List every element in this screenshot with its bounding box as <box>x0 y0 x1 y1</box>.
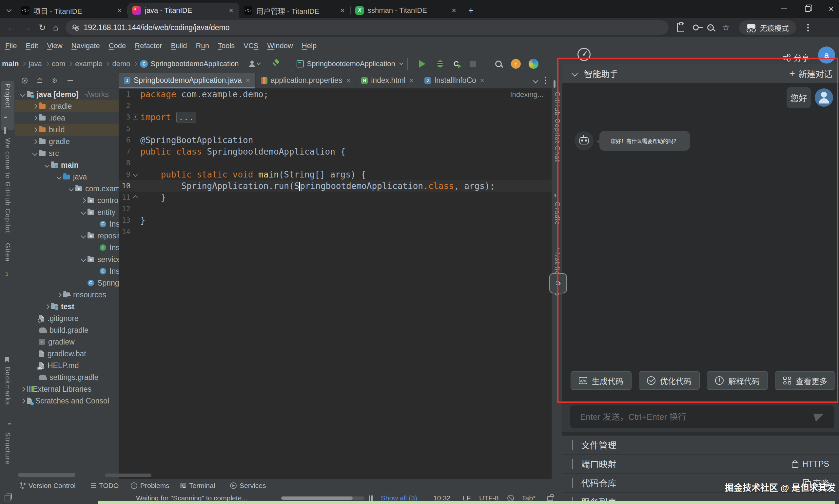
back-icon[interactable]: ← <box>7 23 16 33</box>
tree-item-gradlew-bat[interactable]: gradlew.bat <box>15 348 119 360</box>
menu-code[interactable]: Code <box>109 41 126 50</box>
tree-item-controlle[interactable]: controlle <box>15 195 119 206</box>
collapse-all-icon[interactable] <box>37 78 42 83</box>
code-line[interactable]: 11 } <box>119 192 552 203</box>
tree-item-scratches-and-consol[interactable]: Scratches and Consol <box>15 395 119 407</box>
chevron-down-icon[interactable] <box>81 233 86 238</box>
quick-action-button[interactable]: 查看更多 <box>775 371 835 390</box>
tree-item-test[interactable]: test <box>15 301 119 312</box>
fold-plus-icon[interactable]: + <box>133 114 138 120</box>
locate-file-icon[interactable] <box>22 78 28 84</box>
chevron-right-icon[interactable] <box>32 115 37 121</box>
chevron-right-icon[interactable] <box>20 398 25 403</box>
quick-action-button[interactable]: </>生成代码 <box>571 371 632 390</box>
chevron-down-icon[interactable] <box>69 186 74 191</box>
tab-close-icon[interactable]: × <box>116 6 123 15</box>
code-editor[interactable]: 1package com.example.demo;23+import ...5… <box>119 88 552 479</box>
chevron-down-icon[interactable] <box>572 70 577 76</box>
statusbar-tool-version-control[interactable]: Version Control <box>20 479 76 492</box>
tree-item-springb[interactable]: CSpringb <box>15 277 119 289</box>
breadcrumb-item[interactable]: demo <box>112 59 130 68</box>
chevron-right-icon[interactable] <box>572 440 573 450</box>
editor-horizontal-scrollbar[interactable] <box>105 473 152 477</box>
chevron-right-icon[interactable] <box>81 198 86 203</box>
menu-refactor[interactable]: Refactor <box>135 41 162 50</box>
chevron-right-icon[interactable] <box>20 386 25 392</box>
tab-search-button[interactable] <box>4 4 14 14</box>
more-options-icon[interactable] <box>545 79 546 81</box>
tab-close-icon[interactable]: × <box>339 6 346 15</box>
section-row[interactable]: 端口映射HTTPS <box>562 454 839 473</box>
avatar[interactable]: a <box>818 47 835 64</box>
tree-item-java-demo-[interactable]: java [demo]~/works <box>15 88 119 100</box>
code-line[interactable]: 5 <box>119 123 552 134</box>
unlock-icon[interactable] <box>547 496 553 501</box>
chevron-down-icon[interactable] <box>533 78 539 83</box>
chevron-right-icon[interactable] <box>572 459 573 469</box>
fold-up-icon[interactable] <box>133 195 138 199</box>
fold-down-icon[interactable] <box>133 172 138 177</box>
code-line[interactable]: 6@SpringBootApplication <box>119 134 552 146</box>
build-hammer-icon[interactable] <box>272 59 280 68</box>
run-button[interactable] <box>419 60 425 68</box>
breadcrumb-class[interactable]: SpringbootdemoApplication <box>151 59 239 68</box>
menu-navigate[interactable]: Navigate <box>71 41 100 50</box>
menu-edit[interactable]: Edit <box>25 41 38 50</box>
tree-item--gitignore[interactable]: .gitignore <box>15 312 119 324</box>
statusbar-tool-todo[interactable]: TODO <box>91 479 119 492</box>
code-line[interactable]: 14 <box>119 226 552 237</box>
readonly-icon[interactable] <box>507 495 514 501</box>
window-minimize-button[interactable] <box>777 4 790 14</box>
section-row[interactable]: 文件管理 <box>562 435 839 454</box>
browser-menu-icon[interactable] <box>807 27 809 29</box>
update-icon[interactable]: ↑ <box>511 59 521 69</box>
statusbar-tool-terminal[interactable]: ›_Terminal <box>180 479 215 492</box>
editor-tab[interactable]: Hindex.html× <box>356 73 419 88</box>
tree-item-build[interactable]: build <box>15 124 119 136</box>
search-everywhere-icon[interactable] <box>495 60 502 67</box>
chevron-down-icon[interactable] <box>81 257 86 262</box>
chevron-right-icon[interactable] <box>32 127 37 132</box>
chevron-right-icon[interactable] <box>56 292 62 298</box>
zoom-icon[interactable] <box>707 24 714 31</box>
tool-tab-copilot-chat[interactable]: GitHub Copilot Chat <box>554 92 561 162</box>
menu-run[interactable]: Run <box>196 41 209 50</box>
ide-settings-ball-icon[interactable] <box>529 59 539 69</box>
reload-icon[interactable]: ↻ <box>39 23 46 33</box>
tree-item-instal[interactable]: IInstal <box>15 242 119 253</box>
code-line[interactable]: 10 SpringApplication.run(SpringbootdemoA… <box>119 180 552 192</box>
chevron-down-icon[interactable] <box>257 61 261 65</box>
code-line[interactable]: 8 <box>119 157 552 169</box>
menu-vcs[interactable]: VCS <box>244 41 258 50</box>
tree-item-help-md[interactable]: HELP.md <box>15 360 119 371</box>
chevron-down-icon[interactable] <box>56 174 62 179</box>
collapse-panel-button[interactable]: » <box>549 273 567 293</box>
share-button[interactable]: 分享 <box>783 52 809 63</box>
browser-tab[interactable]: ‹t›项目 - TitanIDE× <box>16 3 128 18</box>
sidebar-item-project[interactable]: Project <box>4 84 12 108</box>
editor-preview-icon[interactable] <box>5 495 11 501</box>
statusbar-tool-services[interactable]: Services <box>230 479 266 492</box>
tab-close-icon[interactable]: × <box>480 76 484 85</box>
code-line[interactable]: 2 <box>119 100 552 111</box>
window-restore-button[interactable] <box>801 4 814 14</box>
sidebar-item-gitea[interactable]: Gitea <box>4 243 12 262</box>
tree-item-settings-gradle[interactable]: settings.gradle <box>15 371 119 383</box>
code-line[interactable]: 3+import ... <box>119 111 552 123</box>
breadcrumb-item[interactable]: main <box>2 59 19 68</box>
tree-item-gradlew[interactable]: ›gradlew <box>15 336 119 348</box>
tree-item--gradle[interactable]: .gradle <box>15 100 119 112</box>
quick-action-button[interactable]: !解释代码 <box>707 371 768 390</box>
tool-tab-gradle[interactable]: Gradle <box>554 202 561 225</box>
chevron-down-icon[interactable] <box>81 210 86 215</box>
chat-input[interactable] <box>570 406 834 428</box>
chevron-right-icon[interactable] <box>32 139 37 144</box>
coverage-button[interactable]: C <box>454 60 459 68</box>
tree-item-build-gradle[interactable]: build.gradle <box>15 324 119 336</box>
tab-close-icon[interactable]: × <box>227 6 235 15</box>
code-line[interactable]: 13} <box>119 215 552 226</box>
tab-close-icon[interactable]: × <box>450 6 457 15</box>
section-badge[interactable]: HTTPS <box>792 459 829 469</box>
tree-item-src[interactable]: src <box>15 147 119 159</box>
browser-tab[interactable]: Xsshman - TitanIDE× <box>351 3 462 18</box>
